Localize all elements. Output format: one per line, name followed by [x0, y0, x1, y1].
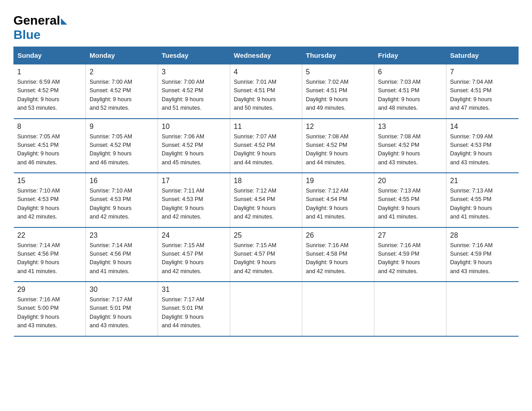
weekday-header-tuesday: Tuesday — [158, 47, 230, 64]
calendar-day-cell: 14 Sunrise: 7:09 AMSunset: 4:53 PMDaylig… — [446, 119, 519, 173]
calendar-day-cell: 18 Sunrise: 7:12 AMSunset: 4:54 PMDaylig… — [230, 173, 302, 227]
day-number: 26 — [306, 231, 370, 240]
calendar-day-cell: 17 Sunrise: 7:11 AMSunset: 4:53 PMDaylig… — [158, 173, 230, 227]
day-info: Sunrise: 7:16 AMSunset: 4:58 PMDaylight:… — [306, 242, 348, 274]
calendar-day-cell: 5 Sunrise: 7:02 AMSunset: 4:51 PMDayligh… — [302, 64, 374, 119]
day-info: Sunrise: 7:06 AMSunset: 4:52 PMDaylight:… — [162, 133, 204, 166]
day-info: Sunrise: 6:59 AMSunset: 4:52 PMDaylight:… — [17, 79, 60, 111]
calendar-week-row: 22 Sunrise: 7:14 AMSunset: 4:56 PMDaylig… — [14, 227, 519, 282]
logo-blue-text: Blue — [13, 28, 41, 42]
day-info: Sunrise: 7:02 AMSunset: 4:51 PMDaylight:… — [306, 79, 348, 111]
day-info: Sunrise: 7:13 AMSunset: 4:55 PMDaylight:… — [450, 188, 493, 220]
day-number: 5 — [306, 68, 370, 76]
day-number: 24 — [162, 231, 226, 240]
calendar-day-cell: 1 Sunrise: 6:59 AMSunset: 4:52 PMDayligh… — [14, 64, 86, 119]
day-number: 6 — [378, 68, 442, 76]
day-number: 27 — [378, 231, 442, 240]
day-number: 4 — [234, 68, 298, 76]
day-number: 12 — [306, 123, 370, 131]
day-info: Sunrise: 7:14 AMSunset: 4:56 PMDaylight:… — [17, 242, 60, 274]
day-number: 14 — [450, 123, 515, 131]
logo-general-text: General — [13, 13, 60, 28]
calendar-day-cell: 30 Sunrise: 7:17 AMSunset: 5:01 PMDaylig… — [86, 282, 158, 336]
calendar-day-cell: 20 Sunrise: 7:13 AMSunset: 4:55 PMDaylig… — [374, 173, 446, 227]
calendar-day-cell: 21 Sunrise: 7:13 AMSunset: 4:55 PMDaylig… — [446, 173, 519, 227]
day-number: 13 — [378, 123, 442, 131]
calendar-day-cell: 15 Sunrise: 7:10 AMSunset: 4:53 PMDaylig… — [14, 173, 86, 227]
day-info: Sunrise: 7:16 AMSunset: 4:59 PMDaylight:… — [450, 242, 493, 274]
weekday-header-saturday: Saturday — [446, 47, 519, 64]
day-number: 10 — [162, 123, 226, 131]
calendar-week-row: 8 Sunrise: 7:05 AMSunset: 4:51 PMDayligh… — [14, 119, 519, 173]
calendar-day-cell: 10 Sunrise: 7:06 AMSunset: 4:52 PMDaylig… — [158, 119, 230, 173]
calendar-day-cell: 2 Sunrise: 7:00 AMSunset: 4:52 PMDayligh… — [86, 64, 158, 119]
day-number: 31 — [162, 286, 226, 294]
calendar-day-cell: 26 Sunrise: 7:16 AMSunset: 4:58 PMDaylig… — [302, 227, 374, 282]
day-info: Sunrise: 7:12 AMSunset: 4:54 PMDaylight:… — [306, 188, 348, 220]
calendar-day-cell — [302, 282, 374, 336]
calendar-week-row: 15 Sunrise: 7:10 AMSunset: 4:53 PMDaylig… — [14, 173, 519, 227]
day-number: 1 — [17, 68, 82, 76]
calendar-day-cell — [446, 282, 519, 336]
day-number: 29 — [17, 286, 82, 294]
weekday-header-thursday: Thursday — [302, 47, 374, 64]
day-info: Sunrise: 7:11 AMSunset: 4:53 PMDaylight:… — [162, 188, 204, 220]
calendar-day-cell: 12 Sunrise: 7:08 AMSunset: 4:52 PMDaylig… — [302, 119, 374, 173]
day-info: Sunrise: 7:01 AMSunset: 4:51 PMDaylight:… — [234, 79, 276, 111]
day-info: Sunrise: 7:10 AMSunset: 4:53 PMDaylight:… — [90, 188, 132, 220]
day-info: Sunrise: 7:08 AMSunset: 4:52 PMDaylight:… — [306, 133, 348, 166]
day-info: Sunrise: 7:05 AMSunset: 4:52 PMDaylight:… — [90, 133, 132, 166]
calendar-day-cell: 22 Sunrise: 7:14 AMSunset: 4:56 PMDaylig… — [14, 227, 86, 282]
day-info: Sunrise: 7:16 AMSunset: 5:00 PMDaylight:… — [17, 296, 60, 329]
day-info: Sunrise: 7:03 AMSunset: 4:51 PMDaylight:… — [378, 79, 420, 111]
day-number: 7 — [450, 68, 515, 76]
day-number: 25 — [234, 231, 298, 240]
calendar-day-cell: 4 Sunrise: 7:01 AMSunset: 4:51 PMDayligh… — [230, 64, 302, 119]
day-info: Sunrise: 7:05 AMSunset: 4:51 PMDaylight:… — [17, 133, 60, 166]
day-number: 30 — [90, 286, 154, 294]
weekday-header-sunday: Sunday — [14, 47, 86, 64]
logo: General Blue — [13, 13, 67, 42]
calendar-day-cell: 19 Sunrise: 7:12 AMSunset: 4:54 PMDaylig… — [302, 173, 374, 227]
calendar-day-cell: 9 Sunrise: 7:05 AMSunset: 4:52 PMDayligh… — [86, 119, 158, 173]
day-number: 17 — [162, 177, 226, 185]
day-number: 11 — [234, 123, 298, 131]
day-info: Sunrise: 7:09 AMSunset: 4:53 PMDaylight:… — [450, 133, 493, 166]
page-header: General Blue — [13, 9, 519, 42]
day-info: Sunrise: 7:10 AMSunset: 4:53 PMDaylight:… — [17, 188, 60, 220]
day-number: 16 — [90, 177, 154, 185]
day-info: Sunrise: 7:14 AMSunset: 4:56 PMDaylight:… — [90, 242, 132, 274]
calendar-day-cell: 13 Sunrise: 7:08 AMSunset: 4:52 PMDaylig… — [374, 119, 446, 173]
calendar-day-cell — [230, 282, 302, 336]
calendar-day-cell: 23 Sunrise: 7:14 AMSunset: 4:56 PMDaylig… — [86, 227, 158, 282]
weekday-header-wednesday: Wednesday — [230, 47, 302, 64]
day-info: Sunrise: 7:07 AMSunset: 4:52 PMDaylight:… — [234, 133, 276, 166]
calendar-week-row: 1 Sunrise: 6:59 AMSunset: 4:52 PMDayligh… — [14, 64, 519, 119]
day-number: 2 — [90, 68, 154, 76]
calendar-table: SundayMondayTuesdayWednesdayThursdayFrid… — [13, 47, 519, 337]
calendar-day-cell: 24 Sunrise: 7:15 AMSunset: 4:57 PMDaylig… — [158, 227, 230, 282]
calendar-day-cell: 7 Sunrise: 7:04 AMSunset: 4:51 PMDayligh… — [446, 64, 519, 119]
calendar-day-cell: 6 Sunrise: 7:03 AMSunset: 4:51 PMDayligh… — [374, 64, 446, 119]
day-info: Sunrise: 7:16 AMSunset: 4:59 PMDaylight:… — [378, 242, 420, 274]
calendar-day-cell: 3 Sunrise: 7:00 AMSunset: 4:52 PMDayligh… — [158, 64, 230, 119]
day-number: 9 — [90, 123, 154, 131]
logo-triangle-icon — [61, 18, 67, 25]
calendar-day-cell: 29 Sunrise: 7:16 AMSunset: 5:00 PMDaylig… — [14, 282, 86, 336]
day-number: 19 — [306, 177, 370, 185]
day-number: 18 — [234, 177, 298, 185]
day-info: Sunrise: 7:12 AMSunset: 4:54 PMDaylight:… — [234, 188, 276, 220]
day-info: Sunrise: 7:17 AMSunset: 5:01 PMDaylight:… — [90, 296, 132, 329]
day-info: Sunrise: 7:04 AMSunset: 4:51 PMDaylight:… — [450, 79, 493, 111]
calendar-day-cell: 31 Sunrise: 7:17 AMSunset: 5:01 PMDaylig… — [158, 282, 230, 336]
day-number: 22 — [17, 231, 82, 240]
day-info: Sunrise: 7:08 AMSunset: 4:52 PMDaylight:… — [378, 133, 420, 166]
calendar-day-cell: 8 Sunrise: 7:05 AMSunset: 4:51 PMDayligh… — [14, 119, 86, 173]
day-number: 8 — [17, 123, 82, 131]
calendar-day-cell: 25 Sunrise: 7:15 AMSunset: 4:57 PMDaylig… — [230, 227, 302, 282]
day-info: Sunrise: 7:13 AMSunset: 4:55 PMDaylight:… — [378, 188, 420, 220]
weekday-header-monday: Monday — [86, 47, 158, 64]
calendar-week-row: 29 Sunrise: 7:16 AMSunset: 5:00 PMDaylig… — [14, 282, 519, 336]
day-number: 21 — [450, 177, 515, 185]
day-number: 3 — [162, 68, 226, 76]
